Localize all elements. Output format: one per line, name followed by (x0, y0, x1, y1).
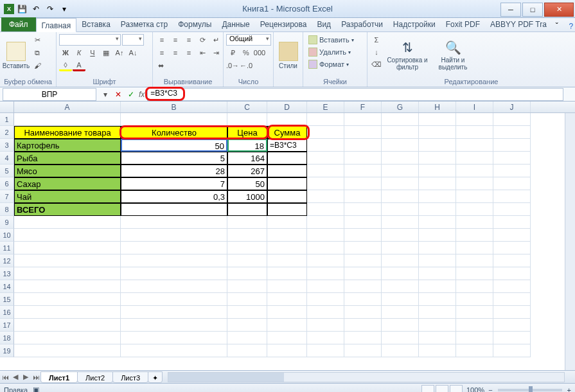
cell[interactable] (307, 306, 344, 319)
cell[interactable] (382, 165, 419, 177)
cell[interactable] (307, 229, 344, 242)
qat-redo-icon[interactable]: ↷ (44, 3, 57, 15)
new-sheet-button[interactable]: ✦ (148, 371, 163, 383)
cell[interactable] (14, 319, 121, 332)
qat-dropdown-icon[interactable]: ▾ (58, 3, 71, 15)
cell[interactable] (456, 344, 493, 357)
cell[interactable] (121, 319, 227, 332)
row-header[interactable]: 17 (0, 319, 14, 332)
fill-icon[interactable]: ↓ (370, 46, 383, 58)
row-header[interactable]: 7 (0, 190, 14, 203)
header-sum[interactable]: Сумма (267, 126, 307, 139)
row-header[interactable]: 9 (0, 216, 14, 229)
cell[interactable] (344, 280, 382, 293)
col-header-d[interactable]: D (267, 102, 307, 112)
cell[interactable] (121, 229, 227, 242)
cell-price[interactable]: 50 (227, 177, 267, 190)
cell[interactable] (419, 254, 456, 267)
align-center-icon[interactable]: ≡ (169, 47, 182, 58)
cell[interactable] (227, 113, 267, 126)
cell[interactable] (382, 203, 419, 216)
view-normal-icon[interactable] (421, 385, 434, 393)
cell[interactable] (493, 113, 531, 126)
row-header[interactable]: 15 (0, 293, 14, 306)
cell[interactable] (456, 216, 493, 229)
indent-inc-icon[interactable]: ⇥ (209, 47, 222, 58)
cell[interactable] (227, 332, 267, 344)
percent-icon[interactable]: % (240, 47, 252, 58)
cell[interactable] (344, 332, 382, 344)
cell[interactable] (382, 152, 419, 165)
confirm-formula-icon[interactable]: ✓ (125, 88, 137, 101)
cell[interactable] (307, 177, 344, 190)
cell-sum[interactable] (267, 190, 307, 203)
cell[interactable] (121, 113, 227, 126)
view-page-layout-icon[interactable] (436, 385, 448, 393)
row-header[interactable]: 6 (0, 177, 14, 190)
sort-filter-button[interactable]: ⇅ Сортировка и фильтр (384, 34, 430, 76)
format-cells-button[interactable]: Формат▾ (306, 58, 351, 70)
orientation-icon[interactable]: ⟳ (196, 34, 209, 46)
cell[interactable] (493, 177, 531, 190)
cell[interactable] (267, 267, 307, 280)
row-header[interactable]: 14 (0, 280, 14, 293)
cell[interactable] (456, 152, 493, 165)
cell-qty[interactable]: 0,3 (121, 190, 227, 203)
cell[interactable] (121, 242, 227, 254)
cell-name[interactable]: Сахар (14, 177, 121, 190)
cell[interactable] (382, 319, 419, 332)
cell[interactable] (382, 229, 419, 242)
cell[interactable] (121, 216, 227, 229)
cell[interactable] (382, 139, 419, 152)
cell[interactable] (456, 242, 493, 254)
col-header-e[interactable]: E (307, 102, 344, 112)
cell[interactable] (493, 190, 531, 203)
cell[interactable] (493, 344, 531, 357)
cell[interactable] (227, 280, 267, 293)
cell[interactable] (419, 113, 456, 126)
cell[interactable] (344, 319, 382, 332)
cell-qty[interactable]: 5 (121, 152, 227, 165)
cell-name[interactable]: Картофель (14, 139, 121, 152)
qat-save-icon[interactable]: 💾 (15, 3, 28, 15)
qat-undo-icon[interactable]: ↶ (30, 3, 42, 15)
sheet-tab-2[interactable]: Лист2 (77, 371, 113, 383)
cell[interactable] (307, 152, 344, 165)
delete-cells-button[interactable]: Удалить▾ (306, 46, 353, 58)
increase-font-icon[interactable]: A↑ (113, 47, 126, 58)
cell[interactable] (344, 139, 382, 152)
cell[interactable] (227, 267, 267, 280)
cell[interactable] (344, 113, 382, 126)
increase-decimal-icon[interactable]: .0→ (226, 60, 239, 71)
cell[interactable] (344, 190, 382, 203)
col-header-j[interactable]: J (493, 102, 531, 112)
minimize-ribbon-icon[interactable]: ˇ (552, 21, 562, 31)
sheet-nav-first-icon[interactable]: ⏮ (0, 372, 10, 382)
indent-dec-icon[interactable]: ⇤ (196, 47, 209, 58)
cell[interactable] (382, 190, 419, 203)
cell[interactable] (419, 242, 456, 254)
row-header[interactable]: 16 (0, 306, 14, 319)
cell-qty[interactable]: 50 (121, 139, 227, 152)
font-size-input[interactable] (122, 34, 144, 46)
cell-qty[interactable]: 7 (121, 177, 227, 190)
font-name-input[interactable] (59, 34, 121, 46)
cell-price[interactable]: 267 (227, 165, 267, 177)
cell[interactable] (307, 344, 344, 357)
col-header-i[interactable]: I (456, 102, 493, 112)
name-box-dropdown-icon[interactable]: ▾ (99, 88, 112, 101)
decrease-decimal-icon[interactable]: ←.0 (240, 60, 252, 71)
row-header[interactable]: 19 (0, 344, 14, 357)
cell[interactable] (456, 319, 493, 332)
cell[interactable] (227, 293, 267, 306)
tab-foxit[interactable]: Foxit PDF (441, 17, 485, 31)
cell[interactable] (227, 203, 267, 216)
cell[interactable] (121, 293, 227, 306)
cell[interactable] (493, 229, 531, 242)
cell[interactable] (344, 306, 382, 319)
row-header[interactable]: 4 (0, 152, 14, 165)
cell[interactable] (419, 216, 456, 229)
cell[interactable] (456, 126, 493, 139)
italic-icon[interactable]: К (73, 47, 85, 58)
copy-icon[interactable]: ⧉ (31, 47, 44, 58)
